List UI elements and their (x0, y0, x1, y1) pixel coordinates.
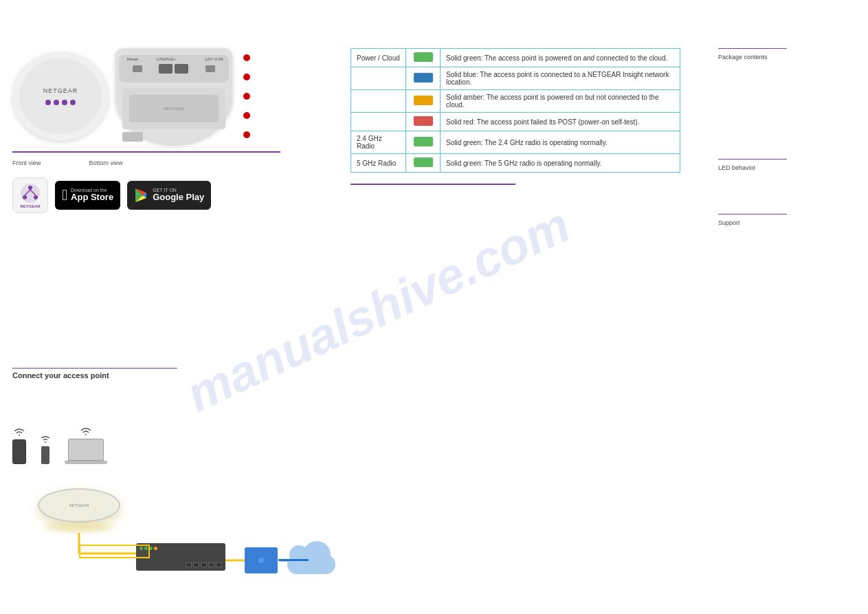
dot-1 (45, 100, 51, 105)
network-section-title: Connect your access point (12, 371, 177, 380)
bottom-label: Bottom view (89, 160, 123, 166)
cloud-icon (284, 536, 342, 574)
led-color-cell-red (406, 113, 441, 131)
bullet-5 (243, 131, 250, 138)
blue-cable (278, 559, 309, 561)
switch-port-1 (186, 562, 192, 567)
led-blue-swatch (414, 73, 433, 83)
app-store-main-label: App Store (71, 193, 113, 202)
lan-port (159, 64, 173, 74)
device-back-view: Reset LAN/PoE+ 12V⎓2.5A (115, 48, 232, 144)
modem-indicator (258, 558, 264, 563)
apple-icon:  (62, 186, 67, 204)
side-text-1: Package contents (718, 53, 856, 63)
port-group-reset (133, 65, 142, 72)
bullet-1 (243, 54, 250, 61)
device-images: NETGEAR Reset LAN/PoE+ 12V⎓2.5A (12, 48, 280, 144)
network-section-header: Connect your access point (12, 368, 177, 380)
google-play-main-label: Google Play (153, 193, 204, 202)
google-play-text: GET IT ON Google Play (153, 188, 204, 202)
app-store-text: Download on the App Store (71, 188, 113, 202)
side-rule-top (718, 48, 787, 49)
bullet-3 (243, 93, 250, 100)
led-24ghz-swatch (414, 137, 433, 146)
device-front-view: NETGEAR (12, 52, 109, 141)
port-group-power (205, 65, 215, 72)
reset-port (133, 65, 142, 72)
ap-glow (45, 523, 113, 532)
yellow-cable-area (79, 545, 150, 558)
led-table-body: Power / Cloud Solid green: The access po… (351, 49, 680, 173)
ap-body: NETGEAR (38, 488, 120, 523)
port-group-lan (159, 64, 188, 74)
led-color-cell-green (406, 49, 441, 67)
left-column: NETGEAR Reset LAN/PoE+ 12V⎓2.5A (12, 48, 280, 224)
netgear-logo: NETGEAR (43, 87, 78, 94)
purple-divider-table (350, 184, 515, 185)
far-right-column: Package contents LED behavior Support (718, 48, 856, 228)
device-back-bottom: NETGEAR (122, 88, 225, 129)
led-desc-5ghz: Solid green: The 5 GHz radio is operatin… (441, 154, 680, 173)
google-play-badge[interactable]: GET IT ON Google Play (127, 181, 211, 210)
lan-label: LAN/PoE+ (157, 57, 176, 61)
netgear-badge-label: NETGEAR (20, 204, 40, 208)
led-color-cell-5ghz (406, 154, 441, 173)
access-point-device: NETGEAR (38, 488, 120, 532)
device-back-container: Reset LAN/PoE+ 12V⎓2.5A (115, 48, 232, 144)
network-purple-line (12, 368, 177, 369)
led-name-empty-3 (351, 113, 406, 131)
side-rule-mid (718, 159, 787, 160)
led-color-cell-blue (406, 67, 441, 90)
ap-logo-text: NETGEAR (69, 503, 89, 507)
front-label: Front view (12, 160, 41, 166)
poe-port (175, 64, 188, 74)
switch-port-5 (216, 562, 222, 567)
led-row-power-red: Solid red: The access point failed its P… (351, 113, 680, 131)
dot-3 (62, 100, 67, 105)
switch-ports (186, 562, 222, 567)
led-green-swatch (414, 52, 433, 62)
switch-led-4 (154, 547, 157, 550)
app-badges-section: NETGEAR  Download on the App Store GET … (12, 177, 280, 213)
netgear-icon-svg (19, 182, 41, 204)
device-back-label-area: NETGEAR (129, 95, 219, 122)
svg-point-1 (28, 186, 32, 190)
device-cable-port (122, 132, 143, 142)
switch-port-2 (193, 562, 199, 567)
led-name-empty-2 (351, 90, 406, 113)
led-color-cell-amber (406, 90, 441, 113)
voltage-label: 12V⎓2.5A (205, 57, 223, 61)
network-diagram: NETGEAR (12, 426, 363, 605)
device-subtitle: Front view Bottom view (12, 160, 280, 166)
led-name-empty-1 (351, 67, 406, 90)
led-color-cell-24ghz (406, 131, 441, 154)
led-desc-power-red: Solid red: The access point failed its P… (441, 113, 680, 131)
led-name-power: Power / Cloud (351, 49, 406, 67)
led-amber-swatch (414, 96, 433, 105)
device-indicator-dots (45, 100, 76, 105)
reset-label: Reset (127, 57, 138, 61)
side-text-3: Support (718, 219, 856, 228)
netgear-app-icon[interactable]: NETGEAR (12, 177, 48, 213)
led-row-power-blue: Solid blue: The access point is connecte… (351, 67, 680, 90)
led-row-24ghz: 2.4 GHz Radio Solid green: The 2.4 GHz r… (351, 131, 680, 154)
led-name-5ghz: 5 GHz Radio (351, 154, 406, 173)
dot-2 (54, 100, 59, 105)
led-row-power-green: Power / Cloud Solid green: The access po… (351, 49, 680, 67)
bullet-4 (243, 112, 250, 119)
dot-4 (70, 100, 76, 105)
bullet-list (243, 54, 250, 138)
right-column: Power / Cloud Solid green: The access po… (350, 48, 694, 185)
app-store-badge[interactable]:  Download on the App Store (55, 181, 120, 210)
device-front-inner: NETGEAR (19, 58, 102, 134)
led-status-table: Power / Cloud Solid green: The access po… (350, 48, 680, 173)
bullet-2 (243, 74, 250, 80)
google-play-icon (134, 188, 149, 203)
led-5ghz-swatch (414, 157, 433, 167)
svg-point-3 (34, 195, 38, 199)
led-name-24ghz: 2.4 GHz Radio (351, 131, 406, 154)
led-row-5ghz: 5 GHz Radio Solid green: The 5 GHz radio… (351, 154, 680, 173)
watermark-text: manualshive.com (178, 196, 578, 423)
led-desc-power-green: Solid green: The access point is powered… (441, 49, 680, 67)
svg-point-2 (23, 195, 27, 199)
